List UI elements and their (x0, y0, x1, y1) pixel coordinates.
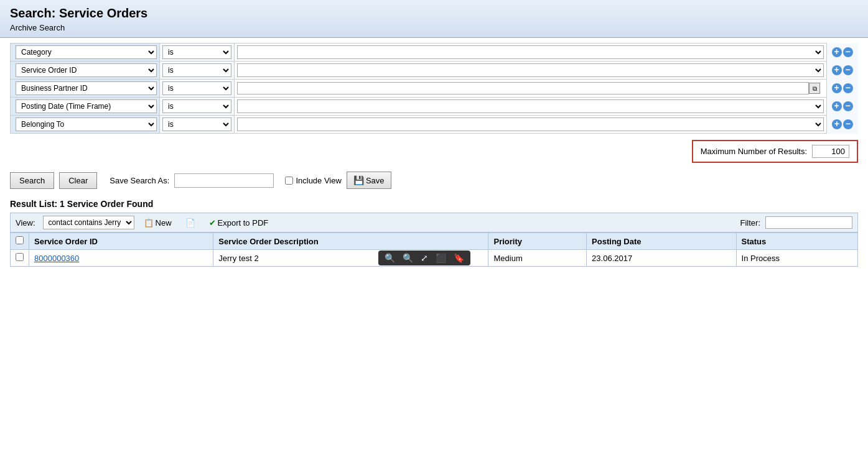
row-checkbox-cell (11, 250, 29, 267)
add-filter-button[interactable]: + (832, 83, 842, 93)
save-button[interactable]: 💾 Save (347, 172, 391, 189)
filter-operator-cell: is (160, 62, 235, 80)
zoom-in-icon[interactable]: 🔍 (385, 253, 395, 263)
archive-search-label: Archive Search (10, 23, 858, 32)
remove-filter-button[interactable]: − (843, 101, 853, 111)
new-button[interactable]: 📋 New (139, 216, 176, 229)
filter-value-input[interactable] (237, 82, 809, 94)
filter-operator-select[interactable]: is (162, 45, 231, 59)
filter-operator-cell: is (160, 44, 235, 62)
filter-value-cell: ⧉ (235, 80, 827, 98)
filter-value-select[interactable] (237, 63, 824, 77)
filter-field-select[interactable]: Category (16, 45, 157, 59)
checkmark-icon: ✔ (209, 218, 216, 228)
filter-field-name: Category (11, 44, 160, 62)
add-filter-button[interactable]: + (832, 101, 842, 111)
add-filter-button[interactable]: + (832, 47, 842, 57)
filter-action-cell: +− (827, 62, 858, 80)
priority-cell: Medium (488, 250, 587, 267)
filter-field-name: Belonging To (11, 116, 160, 134)
remove-filter-button[interactable]: − (843, 47, 853, 57)
max-results-label: Maximum Number of Results: (701, 147, 807, 156)
filter-field-name: Business Partner ID (11, 80, 160, 98)
screen-icon[interactable]: ⬛ (436, 253, 446, 263)
select-all-checkbox[interactable] (16, 236, 24, 244)
filter-label: Filter: (740, 218, 761, 228)
table-row: 8000000360Jerry test 2🔍🔍⤢⬛🔖Medium23.06.2… (11, 250, 858, 267)
service-order-id-link[interactable]: 8000000360 (34, 254, 79, 263)
row-checkbox[interactable] (16, 253, 24, 261)
include-view-label: Include View (296, 176, 341, 185)
result-col-header: Service Order Description (213, 233, 488, 250)
copy-icon: 📄 (185, 218, 195, 228)
zoom-out-icon[interactable]: 🔍 (403, 253, 413, 263)
max-results-row: Maximum Number of Results: (0, 135, 868, 168)
new-icon: 📋 (144, 218, 154, 228)
page-title: Search: Service Orders (10, 6, 858, 21)
remove-filter-button[interactable]: − (843, 65, 853, 75)
search-button[interactable]: Search (10, 172, 54, 189)
filter-operator-select[interactable]: is (162, 117, 231, 131)
result-toolbar: View: contact contains Jerry 📋 New 📄 ✔ E… (10, 213, 858, 232)
max-results-container: Maximum Number of Results: (692, 140, 858, 163)
filter-field-name: Service Order ID (11, 62, 160, 80)
description-cell: Jerry test 2🔍🔍⤢⬛🔖 (213, 250, 488, 267)
clear-button[interactable]: Clear (59, 172, 97, 189)
filter-value-select[interactable] (237, 99, 824, 113)
view-select[interactable]: contact contains Jerry (43, 216, 134, 229)
floppy-icon: 💾 (353, 175, 364, 185)
search-form-area: Categoryis+−Service Order IDis+−Business… (0, 38, 868, 134)
save-label: Save (366, 176, 385, 185)
filter-field-select[interactable]: Belonging To (16, 117, 157, 131)
filter-operator-cell: is (160, 98, 235, 116)
filter-value-cell (235, 98, 827, 116)
filter-action-cell: +− (827, 98, 858, 116)
result-title: Result List: 1 Service Order Found (10, 199, 858, 209)
result-section: Result List: 1 Service Order Found View:… (0, 195, 868, 267)
filter-action-cell: +− (827, 116, 858, 134)
filter-field-name: Posting Date (Time Frame) (11, 98, 160, 116)
filter-operator-select[interactable]: is (162, 63, 231, 77)
view-label: View: (16, 218, 35, 228)
filter-operator-cell: is (160, 116, 235, 134)
remove-filter-button[interactable]: − (843, 119, 853, 129)
new-label: New (156, 218, 172, 228)
bookmark-icon[interactable]: 🔖 (454, 253, 464, 263)
filter-field-select[interactable]: Posting Date (Time Frame) (16, 99, 157, 113)
save-search-input[interactable] (174, 173, 274, 188)
posting-date-cell: 23.06.2017 (587, 250, 736, 267)
result-col-header (11, 233, 29, 250)
expand-icon[interactable]: ⤢ (421, 253, 428, 263)
include-view-checkbox[interactable] (285, 177, 293, 185)
service-order-id-cell: 8000000360 (29, 250, 213, 267)
save-search-label: Save Search As: (110, 176, 169, 185)
result-table: Service Order IDService Order Descriptio… (10, 232, 858, 267)
filter-operator-select[interactable]: is (162, 81, 231, 95)
filter-value-cell (235, 62, 827, 80)
max-results-input[interactable] (812, 145, 849, 158)
filter-field-select[interactable]: Business Partner ID (16, 81, 157, 95)
status-cell: In Process (736, 250, 857, 267)
include-view-row: Include View (285, 176, 341, 185)
filter-value-select[interactable] (237, 45, 824, 59)
filter-value-cell (235, 116, 827, 134)
export-pdf-button[interactable]: ✔ Export to PDF (205, 216, 273, 229)
filter-action-cell: +− (827, 44, 858, 62)
action-bar: Search Clear Save Search As: Include Vie… (0, 168, 868, 195)
copy-button[interactable]: 📄 (181, 216, 200, 229)
filter-value-select[interactable] (237, 117, 824, 131)
add-filter-button[interactable]: + (832, 119, 842, 129)
remove-filter-button[interactable]: − (843, 83, 853, 93)
filter-operator-cell: is (160, 80, 235, 98)
filter-input[interactable] (765, 216, 852, 229)
image-toolbar: 🔍🔍⤢⬛🔖 (378, 251, 470, 265)
filter-table: Categoryis+−Service Order IDis+−Business… (10, 43, 858, 134)
result-col-header: Status (736, 233, 857, 250)
filter-field-select[interactable]: Service Order ID (16, 63, 157, 77)
add-filter-button[interactable]: + (832, 65, 842, 75)
result-col-header: Posting Date (587, 233, 736, 250)
filter-action-cell: +− (827, 80, 858, 98)
filter-operator-select[interactable]: is (162, 99, 231, 113)
copy-icon[interactable]: ⧉ (809, 83, 820, 94)
description-text: Jerry test 2 (218, 254, 258, 263)
